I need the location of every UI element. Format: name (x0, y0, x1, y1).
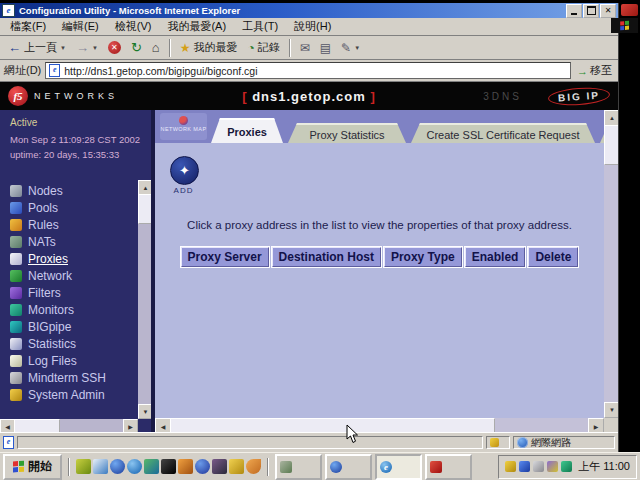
sidebar-horizontal-scrollbar[interactable]: ◀ ▶ (0, 419, 138, 432)
sidebar-item-mindterm-ssh[interactable]: Mindterm SSH (10, 369, 151, 386)
quick-launch-icon-3[interactable] (110, 459, 125, 474)
back-dropdown-icon[interactable]: ▼ (60, 45, 66, 51)
sidebar-item-nodes[interactable]: Nodes (10, 182, 151, 199)
favorites-button[interactable]: ★ 我的最愛 (176, 39, 242, 56)
scroll-left-icon[interactable]: ◀ (0, 419, 15, 432)
sidebar-item-monitors[interactable]: Monitors (10, 301, 151, 318)
sidebar-item-system-admin[interactable]: System Admin (10, 386, 151, 403)
title-bar[interactable]: e Configuration Utility - Microsoft Inte… (0, 3, 618, 18)
column-proxy-type[interactable]: Proxy Type (384, 247, 462, 267)
status-state: Active (10, 117, 151, 128)
forward-dropdown-icon[interactable]: ▼ (92, 45, 98, 51)
scroll-right-icon[interactable]: ▶ (123, 419, 138, 432)
taskbar-window-button-3[interactable]: e (375, 454, 422, 480)
add-button[interactable]: ✦ (170, 156, 199, 185)
sidebar-item-label: Filters (28, 286, 61, 300)
start-button[interactable]: 開始 (3, 454, 62, 480)
column-proxy-server[interactable]: Proxy Server (181, 247, 269, 267)
start-label: 開始 (28, 458, 52, 475)
menu-tools[interactable]: 工具(T) (234, 18, 286, 35)
network-map-button[interactable]: NETWORK MAP (160, 113, 207, 140)
address-url[interactable]: http://dns1.getop.com/bigipgui/bigconf.c… (64, 65, 257, 77)
quick-launch-icon-9[interactable] (212, 459, 227, 474)
close-button[interactable]: ✕ (600, 4, 616, 18)
tray-icon-5[interactable] (561, 461, 572, 472)
tab-proxy-statistics[interactable]: Proxy Statistics (288, 123, 406, 143)
quick-launch-icon-8[interactable] (195, 459, 210, 474)
sidebar-item-nats[interactable]: NATs (10, 233, 151, 250)
back-icon: ← (8, 40, 21, 55)
sidebar-item-label: Pools (28, 201, 58, 215)
taskbar-window-button-1[interactable] (275, 454, 322, 480)
tray-icon-2[interactable] (519, 461, 530, 472)
scroll-up-icon[interactable]: ▲ (604, 110, 618, 126)
system-status: Active Mon Sep 2 11:09:28 CST 2002 uptim… (0, 110, 151, 160)
tabs: Proxies Proxy Statistics Create SSL Cert… (211, 117, 604, 143)
refresh-button[interactable]: ↻ (127, 39, 146, 56)
main-horizontal-scrollbar[interactable]: ◀ ▶ (155, 418, 604, 432)
quick-launch-icon-10[interactable] (229, 459, 244, 474)
sidebar-vertical-scrollbar[interactable]: ▲ ▼ (138, 180, 151, 419)
quick-launch-icon-5[interactable] (144, 459, 159, 474)
sidebar-item-rules[interactable]: Rules (10, 216, 151, 233)
column-destination-host[interactable]: Destination Host (272, 247, 381, 267)
edit-icon: ✎ (341, 41, 351, 55)
menu-edit[interactable]: 編輯(E) (54, 18, 107, 35)
column-delete[interactable]: Delete (528, 247, 578, 267)
print-button[interactable]: ▤ (316, 40, 335, 56)
taskbar-window-button-4[interactable] (425, 454, 472, 480)
edit-button[interactable]: ✎ ▼ (337, 40, 364, 56)
scrollbar-thumb[interactable] (604, 125, 618, 165)
scrollbar-thumb[interactable] (170, 418, 495, 432)
mail-button[interactable]: ✉ (296, 40, 314, 56)
tray-icon-1[interactable] (505, 461, 516, 472)
taskbar-clock[interactable]: 上午 11:00 (578, 459, 630, 474)
quick-launch-icon-11[interactable] (246, 459, 261, 474)
go-button[interactable]: → 移至 (575, 63, 614, 78)
menu-view[interactable]: 檢視(V) (107, 18, 160, 35)
taskbar-window-button-2[interactable] (325, 454, 372, 480)
stop-button[interactable]: ✕ (104, 40, 125, 55)
main-vertical-scrollbar[interactable]: ▲ ▼ (604, 110, 618, 418)
sidebar-item-label: Monitors (28, 303, 74, 317)
scrollbar-thumb[interactable] (14, 419, 60, 432)
scrollbar-thumb[interactable] (138, 194, 151, 224)
quick-launch-icon-1[interactable] (76, 459, 91, 474)
history-button[interactable]: ◔ 記錄 (243, 39, 283, 56)
edit-dropdown-icon[interactable]: ▼ (354, 45, 360, 51)
address-input[interactable]: e http://dns1.getop.com/bigipgui/bigconf… (45, 62, 571, 79)
tray-icon-4[interactable] (547, 461, 558, 472)
scroll-right-icon[interactable]: ▶ (588, 418, 604, 432)
tab-create-ssl-certificate-request[interactable]: Create SSL Certificate Request (411, 123, 595, 143)
quick-launch-icon-2[interactable] (93, 459, 108, 474)
menu-favorites[interactable]: 我的最愛(A) (159, 18, 234, 35)
sidebar-item-pools[interactable]: Pools (10, 199, 151, 216)
column-enabled[interactable]: Enabled (465, 247, 526, 267)
mail-icon: ✉ (300, 41, 310, 55)
minimize-button[interactable] (566, 4, 582, 18)
menu-help[interactable]: 說明(H) (286, 18, 339, 35)
scroll-down-icon[interactable]: ▼ (604, 402, 618, 418)
scroll-down-icon[interactable]: ▼ (138, 404, 151, 419)
sidebar-item-proxies[interactable]: Proxies (10, 250, 151, 267)
sidebar-item-bigpipe[interactable]: BIGpipe (10, 318, 151, 335)
home-button[interactable]: ⌂ (148, 39, 164, 56)
stop-icon: ✕ (108, 41, 121, 54)
nodes-icon (10, 185, 22, 197)
sidebar-item-filters[interactable]: Filters (10, 284, 151, 301)
quick-launch-icon-6[interactable] (161, 459, 176, 474)
scroll-left-icon[interactable]: ◀ (155, 418, 171, 432)
maximize-button[interactable] (583, 4, 599, 18)
sidebar-item-statistics[interactable]: Statistics (10, 335, 151, 352)
forward-button[interactable]: → ▼ (72, 39, 102, 56)
menu-file[interactable]: 檔案(F) (2, 18, 54, 35)
sidebar-item-network[interactable]: Network (10, 267, 151, 284)
back-button[interactable]: ← 上一頁 ▼ (4, 39, 70, 56)
quick-launch-icon-7[interactable] (178, 459, 193, 474)
scroll-up-icon[interactable]: ▲ (138, 180, 151, 195)
sidebar-item-log-files[interactable]: Log Files (10, 352, 151, 369)
sidebar-item-label: System Admin (28, 388, 105, 402)
tray-icon-3[interactable] (533, 461, 544, 472)
quick-launch-icon-4[interactable] (127, 459, 142, 474)
tab-proxies[interactable]: Proxies (211, 118, 283, 143)
